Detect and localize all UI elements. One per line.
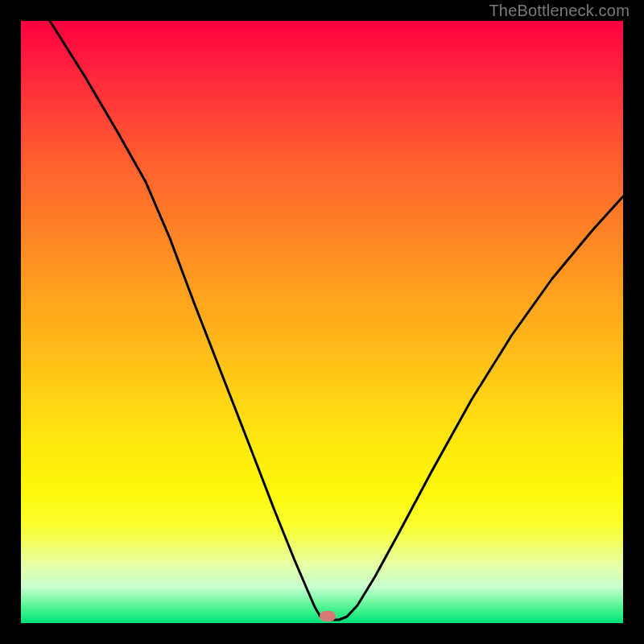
bottleneck-curve bbox=[21, 21, 623, 623]
watermark-text: TheBottleneck.com bbox=[489, 2, 630, 20]
chart-frame: TheBottleneck.com bbox=[0, 0, 644, 644]
plot-area bbox=[21, 21, 623, 623]
optimal-point-marker bbox=[320, 611, 336, 621]
bottleneck-curve-path bbox=[50, 21, 623, 620]
